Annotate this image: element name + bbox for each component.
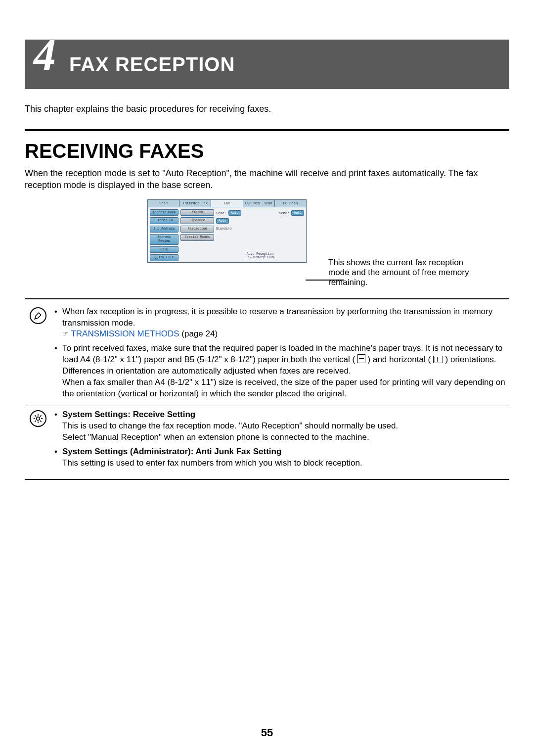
resolution-value-row: Standard (216, 225, 304, 233)
chapter-number: 4 (34, 33, 56, 77)
scan-value[interactable]: Auto (228, 210, 241, 216)
section-paragraph: When the reception mode is set to "Auto … (25, 167, 509, 191)
setting-2-title: System Settings (Administrator): Anti Ju… (62, 447, 281, 456)
gear-svg (33, 414, 43, 424)
pen-icon (30, 307, 46, 324)
send-label: Send: (279, 211, 289, 215)
reception-mode-status: Auto Reception (216, 252, 304, 256)
section-rule (25, 129, 509, 131)
screen-right-area: Scan: Auto Send: Auto Auto Standard Auto… (216, 209, 304, 262)
sub-address-button[interactable]: Sub Address (150, 226, 178, 233)
link-suffix: (page 24) (179, 329, 218, 338)
note-icon-cell (27, 306, 49, 324)
note-info-item-2: To print received faxes, make sure that … (57, 343, 507, 400)
page: 4 FAX RECEPTION This chapter explains th… (0, 0, 534, 756)
direct-tx-button[interactable]: Direct TX (150, 217, 178, 224)
note-setting-item-2: System Settings (Administrator): Anti Ju… (57, 446, 507, 469)
portrait-orientation-icon (357, 354, 365, 363)
screen-left-column: Address Book Direct TX Sub Address Addre… (150, 209, 178, 262)
note-info-body: When fax reception is in progress, it is… (49, 306, 507, 403)
setting-1-line-2: Select "Manual Reception" when an extens… (62, 432, 369, 442)
quick-file-button[interactable]: Quick File (150, 254, 178, 261)
screen-mid-column: Original Exposure Resolution Special Mod… (180, 209, 214, 262)
setting-1-line-1: This is used to change the fax reception… (62, 421, 398, 430)
note-icon-cell-2 (27, 409, 49, 427)
exposure-value[interactable]: Auto (216, 218, 229, 224)
fax-screen: Scan Internet Fax Fax USB Mem. Scan PC S… (147, 199, 307, 263)
exposure-button[interactable]: Exposure (180, 217, 214, 224)
tab-fax[interactable]: Fax (211, 200, 243, 207)
chapter-title: FAX RECEPTION (69, 53, 235, 76)
screen-tabs: Scan Internet Fax Fax USB Mem. Scan PC S… (148, 200, 306, 207)
transmission-methods-link[interactable]: TRANSMISSION METHODS (71, 329, 179, 338)
pen-svg (34, 311, 43, 320)
note-setting-item-1: System Settings: Receive Setting This is… (57, 409, 507, 443)
note-settings-row: System Settings: Receive Setting This is… (25, 406, 509, 475)
svg-line-8 (40, 415, 42, 417)
chapter-intro: This chapter explains the basic procedur… (25, 104, 509, 114)
tab-internet-fax[interactable]: Internet Fax (179, 200, 211, 207)
tab-scan[interactable]: Scan (148, 200, 179, 207)
note2-extra: When a fax smaller than A4 (8-1/2" x 11"… (62, 378, 505, 398)
pointer-icon: ☞ (62, 329, 69, 338)
fax-memory-status: Fax Memory:100% (216, 256, 304, 259)
screen-illustration-row: Scan Internet Fax Fax USB Mem. Scan PC S… (25, 199, 509, 287)
setting-1-title: System Settings: Receive Setting (62, 410, 195, 419)
tab-usb-mem-scan[interactable]: USB Mem. Scan (243, 200, 275, 207)
note-info-text-1: When fax reception is in progress, it is… (62, 307, 492, 328)
note-settings-body: System Settings: Receive Setting This is… (49, 409, 507, 472)
status-block: Auto Reception Fax Memory:100% (216, 251, 304, 261)
svg-point-0 (37, 417, 40, 421)
resolution-button[interactable]: Resolution (180, 226, 214, 233)
gear-icon (30, 410, 46, 427)
chapter-title-bar: 4 FAX RECEPTION (25, 40, 509, 89)
original-button[interactable]: Original (180, 209, 214, 216)
scan-send-row: Scan: Auto Send: Auto (216, 209, 304, 217)
landscape-orientation-icon (433, 356, 443, 363)
note-info-row: When fax reception is in progress, it is… (25, 303, 509, 406)
svg-line-5 (35, 415, 36, 417)
callout-text: This shows the current fax reception mod… (328, 258, 482, 287)
screen-body: Address Book Direct TX Sub Address Addre… (148, 207, 306, 263)
file-button[interactable]: File (150, 246, 178, 253)
svg-line-6 (40, 421, 42, 422)
setting-2-line-1: This setting is used to enter fax number… (62, 458, 362, 468)
page-number: 55 (0, 726, 534, 739)
notes-box: When fax reception is in progress, it is… (25, 298, 509, 480)
exposure-value-row: Auto (216, 217, 304, 225)
tab-pc-scan[interactable]: PC Scan (275, 200, 306, 207)
address-review-button[interactable]: Address Review (150, 234, 178, 245)
note2-mid: ) and horizontal ( (368, 355, 431, 364)
note-info-item-1: When fax reception is in progress, it is… (57, 306, 507, 340)
special-modes-button[interactable]: Special Modes (180, 234, 214, 241)
resolution-value: Standard (216, 227, 231, 231)
scan-label: Scan: (216, 211, 226, 215)
address-book-button[interactable]: Address Book (150, 209, 178, 216)
svg-line-7 (35, 421, 36, 422)
send-value[interactable]: Auto (291, 210, 304, 216)
section-heading: RECEIVING FAXES (25, 140, 509, 162)
